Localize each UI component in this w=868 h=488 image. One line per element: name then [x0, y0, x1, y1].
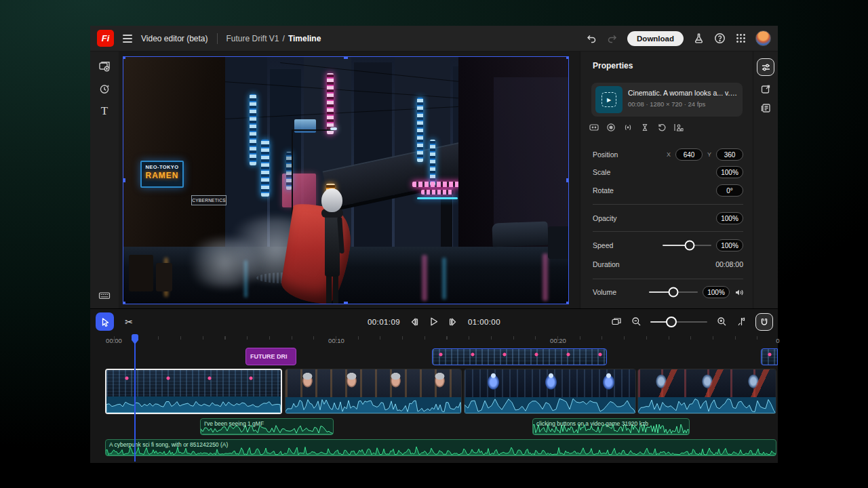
divider — [217, 33, 218, 44]
top-bar: Fi Video editor (beta) Future Drift V1 /… — [90, 26, 778, 52]
rotate-ccw-icon[interactable] — [656, 122, 667, 132]
keyboard-shortcuts-icon[interactable] — [98, 289, 111, 302]
video-preview[interactable]: NEO-TOKYO RAMEN CYBERNETICS — [123, 56, 569, 304]
speed-slider[interactable] — [663, 245, 711, 246]
duration-value: 00:08:00 — [715, 260, 743, 268]
next-frame-icon[interactable] — [448, 317, 459, 327]
history-clock-icon[interactable] — [98, 83, 111, 95]
breadcrumb[interactable]: Future Drift V1 / Timeline — [226, 34, 321, 43]
sfx-clip-1[interactable]: I've been seeing 1 gMF — [200, 418, 334, 435]
timeline-zoom-controls — [611, 309, 773, 334]
breadcrumb-separator: / — [283, 34, 285, 43]
cybernetics-sign: CYBERNETICS — [191, 195, 226, 205]
presenter-audio-icon[interactable] — [673, 122, 684, 132]
clip-thumbnail: ▶ — [595, 86, 623, 113]
selected-clip-card[interactable]: ▶ Cinematic. A woman looks a... v.ffgenv… — [591, 83, 743, 117]
undo-icon[interactable] — [585, 33, 597, 45]
position-x-input[interactable] — [675, 148, 703, 161]
aperture-icon[interactable] — [606, 122, 616, 132]
scale-input[interactable] — [716, 166, 743, 178]
select-tool-button[interactable] — [96, 312, 114, 331]
playhead[interactable] — [134, 334, 136, 462]
properties-title: Properties — [593, 61, 633, 70]
desktop-background: Fi Video editor (beta) Future Drift V1 /… — [0, 0, 868, 488]
clip-name: Cinematic. A woman looks a... v.ffgenvid — [628, 89, 738, 97]
cut-tool-icon[interactable]: ✂ — [120, 312, 138, 331]
title-clip[interactable]: FUTURE DRI — [245, 348, 296, 365]
total-timecode: 01:00:00 — [468, 318, 500, 326]
hamburger-menu-icon[interactable] — [123, 35, 132, 43]
waveform — [638, 397, 776, 413]
media-add-icon[interactable] — [98, 60, 111, 73]
properties-panel: Properties ▶ Cinematic. A woman looks a.… — [580, 52, 753, 308]
position-y-input[interactable] — [716, 148, 743, 161]
overlay-video-clip[interactable] — [432, 348, 607, 365]
stacked-clips-icon[interactable] — [611, 317, 622, 327]
position-row: Position X Y — [593, 148, 743, 161]
rotate-row: Rotate — [593, 184, 743, 197]
volume-input[interactable] — [703, 286, 730, 298]
rotate-input[interactable] — [716, 184, 743, 197]
sfx-clip-2[interactable]: clicking buttons on a video game 31920 k… — [532, 418, 690, 435]
timeline-panel: ✂ 00:01:09 01:00:00 00 — [90, 308, 778, 463]
experiments-flask-icon[interactable] — [692, 33, 705, 45]
duration-row: Duration 00:08:00 — [593, 258, 743, 270]
music-clip[interactable]: A cyberpunk sci fi song, with or 8512422… — [105, 439, 776, 456]
speaker-icon[interactable] — [734, 288, 743, 297]
user-avatar[interactable] — [755, 30, 771, 46]
redo-icon[interactable] — [606, 33, 618, 45]
waveform — [465, 397, 635, 413]
apps-grid-icon[interactable] — [734, 33, 747, 45]
neon-sign-ramen: NEO-TOKYO RAMEN — [140, 161, 184, 188]
mirror-flip-icon[interactable] — [623, 122, 633, 132]
overlay-video-clip-partial[interactable] — [761, 348, 778, 365]
prev-frame-icon[interactable] — [409, 317, 420, 327]
app-title: Video editor (beta) — [141, 34, 208, 43]
breadcrumb-project[interactable]: Future Drift V1 — [226, 34, 279, 43]
right-toolbar — [753, 52, 778, 308]
current-timecode: 00:01:09 — [368, 318, 400, 326]
clip-action-row — [589, 122, 684, 132]
snapping-magnet-icon[interactable] — [755, 313, 773, 331]
video-clip-1[interactable] — [105, 369, 282, 414]
filmstrip-icon[interactable] — [589, 122, 599, 132]
download-button[interactable]: Download — [627, 31, 684, 46]
scale-row: Scale — [593, 166, 743, 178]
timeline-zoom-slider[interactable] — [650, 321, 707, 323]
help-icon[interactable] — [713, 33, 726, 45]
text-tool-icon[interactable]: T — [98, 105, 111, 117]
left-toolbar: T — [90, 52, 119, 308]
video-clip-3[interactable] — [464, 369, 636, 414]
split-tool-icon[interactable] — [736, 317, 747, 327]
captions-list-icon[interactable] — [760, 102, 772, 114]
play-icon[interactable] — [429, 317, 439, 327]
transport-controls: 00:01:09 01:00:00 — [368, 309, 500, 334]
opacity-input[interactable] — [716, 212, 743, 224]
volume-slider[interactable] — [649, 291, 698, 293]
timeline-toolbar: ✂ 00:01:09 01:00:00 — [90, 309, 778, 334]
app-window: Fi Video editor (beta) Future Drift V1 /… — [90, 26, 778, 462]
waveform — [106, 396, 281, 413]
timeline-ruler[interactable]: 00:00 00:10 00:20 0 — [90, 334, 778, 348]
waveform — [285, 397, 461, 413]
zoom-in-icon[interactable] — [716, 317, 727, 327]
clip-meta: 00:08 · 868 × 488 · 24 fps — [628, 100, 705, 108]
speed-row: Speed — [593, 239, 743, 251]
volume-row: Volume — [593, 286, 743, 298]
scene-art: NEO-TOKYO RAMEN CYBERNETICS — [123, 57, 568, 304]
export-frame-icon[interactable] — [760, 83, 772, 95]
breadcrumb-page: Timeline — [288, 34, 321, 43]
video-clip-2[interactable] — [285, 369, 462, 414]
opacity-row: Opacity — [593, 212, 743, 224]
generated-video-icon: ▶ — [601, 92, 616, 107]
hourglass-icon[interactable] — [639, 122, 650, 132]
firefly-logo[interactable]: Fi — [97, 30, 114, 47]
video-clip-4[interactable] — [637, 369, 776, 414]
zoom-out-icon[interactable] — [631, 317, 642, 327]
speed-input[interactable] — [716, 239, 743, 251]
properties-sliders-icon[interactable] — [757, 58, 774, 76]
